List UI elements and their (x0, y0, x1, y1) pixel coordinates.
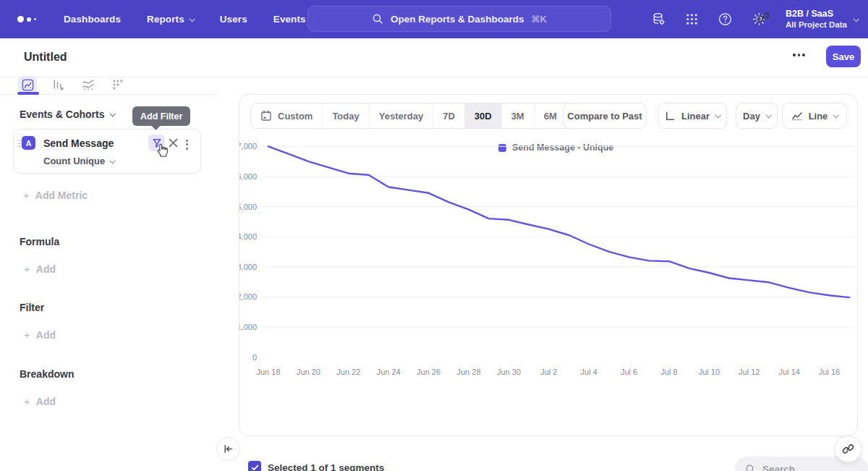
segments-checkbox[interactable] (248, 461, 261, 471)
range-today[interactable]: Today (323, 103, 369, 128)
chevron-down-icon (833, 112, 839, 118)
more-options-icon[interactable] (793, 54, 805, 56)
collapse-panel-button[interactable] (216, 437, 240, 461)
share-link-button[interactable] (835, 436, 861, 462)
x-axis-tick-label: Jul 4 (581, 368, 597, 376)
add-label: Add (36, 263, 56, 275)
range-7d[interactable]: 7D (433, 103, 465, 128)
add-filter-tooltip: Add Filter (132, 106, 190, 126)
range-yesterday[interactable]: Yesterday (370, 103, 433, 128)
date-range-selector: CustomTodayYesterday7D30D3M6M12M (250, 103, 605, 129)
chart-style-dropdown[interactable]: Line (782, 103, 847, 129)
interval-dropdown[interactable]: Day (736, 103, 778, 129)
add-formula-button[interactable]: +Add (24, 263, 56, 275)
nav-item-label: Events (273, 14, 306, 25)
section-title: Filter (20, 302, 44, 313)
app-logo[interactable] (17, 16, 43, 22)
x-axis-tick-label: Jun 24 (377, 368, 401, 376)
project-name: B2B / SaaS (786, 9, 847, 20)
add-filter-button[interactable] (148, 135, 165, 151)
plus-icon: + (23, 189, 30, 201)
metric-event-name[interactable]: Send Message (43, 137, 114, 149)
section-header-breakdown: Breakdown (20, 368, 74, 380)
x-axis-tick-label: Jul 14 (779, 368, 800, 376)
section-title: Breakdown (20, 368, 74, 380)
save-button[interactable]: Save (826, 46, 861, 67)
nav-right-actions: B2B / SaaS All Project Data (651, 0, 858, 38)
copy-link-icon[interactable] (757, 11, 770, 27)
interval-label: Day (743, 111, 760, 122)
events-section-header[interactable]: Events & Cohorts (20, 109, 114, 120)
nav-item-users[interactable]: Users (220, 14, 247, 25)
nav-item-dashboards[interactable]: Dashboards (64, 14, 121, 25)
apps-grid-icon[interactable] (685, 12, 699, 26)
range-label: 7D (443, 111, 455, 122)
project-selector[interactable]: B2B / SaaS All Project Data (786, 9, 858, 30)
nav-item-events[interactable]: Events (273, 14, 306, 25)
events-section-title: Events & Cohorts (20, 109, 104, 120)
chevron-down-icon (189, 16, 195, 22)
range-label: Today (332, 111, 359, 122)
x-axis-tick-label: Jul 10 (699, 368, 720, 376)
nav-item-label: Dashboards (64, 14, 121, 25)
range-label: 30D (475, 111, 492, 122)
plus-icon: + (24, 263, 30, 275)
metric-aggregation-dropdown[interactable]: Count Unique (43, 156, 114, 166)
x-axis-tick-label: Jul 8 (660, 368, 677, 376)
line-chart-plot[interactable]: 01,0002,0003,0004,0005,0006,0007,0008,00… (239, 138, 859, 424)
y-axis-tick-label: 7,000 (239, 142, 257, 150)
compare-to-past-button[interactable]: Compare to Past (563, 103, 647, 129)
chevron-down-icon (110, 111, 116, 116)
range-6m[interactable]: 6M (535, 103, 567, 128)
metric-kebab-menu-icon[interactable] (184, 137, 189, 151)
project-scope: All Project Data (786, 20, 847, 30)
range-30d[interactable]: 30D (465, 103, 502, 128)
scale-dropdown[interactable]: Linear (658, 103, 727, 129)
search-icon (745, 464, 756, 471)
tooltip-text: Add Filter (140, 111, 182, 122)
nav-item-reports[interactable]: Reports (147, 14, 194, 25)
tab-flows[interactable] (79, 76, 98, 93)
range-custom[interactable]: Custom (251, 103, 323, 128)
page-title: Untitled (24, 51, 67, 64)
help-icon[interactable] (718, 12, 733, 27)
compare-label: Compare to Past (567, 111, 642, 122)
tab-funnels-bar[interactable] (48, 76, 67, 93)
chevron-down-icon (853, 16, 859, 22)
segments-selected-label: Selected 1 of 1 segments (268, 462, 384, 471)
y-axis-tick-label: 4,000 (239, 232, 257, 241)
x-axis-tick-label: Jun 18 (256, 368, 280, 376)
metric-aggregation-label: Count Unique (43, 156, 105, 166)
metric-card (13, 129, 201, 174)
x-axis-tick-label: Jul 12 (739, 368, 760, 376)
link-icon (842, 443, 854, 455)
add-metric-button[interactable]: + Add Metric (23, 189, 88, 201)
chart-svg[interactable]: 01,0002,0003,0004,0005,0006,0007,0008,00… (239, 138, 859, 424)
segments-search-placeholder: Search (762, 464, 795, 471)
add-breakdown-button[interactable]: +Add (24, 395, 56, 407)
tab-retention[interactable] (109, 76, 127, 93)
x-axis-tick-label: Jun 30 (497, 368, 521, 376)
range-3m[interactable]: 3M (502, 103, 535, 128)
range-label: 3M (511, 111, 524, 122)
y-axis-tick-label: 1,000 (239, 323, 257, 331)
x-axis-tick-label: Jun 26 (417, 368, 441, 376)
collapse-left-icon (223, 444, 234, 454)
chart-type-tabs (0, 77, 217, 95)
remove-metric-icon[interactable] (167, 137, 179, 149)
metric-letter-badge: A (22, 136, 35, 150)
add-metric-label: Add Metric (35, 190, 88, 201)
search-icon (372, 13, 383, 25)
y-axis-tick-label: 5,000 (239, 203, 257, 211)
y-axis-tick-label: 6,000 (239, 172, 257, 181)
top-navigation-bar: DashboardsReportsUsersEvents Open Report… (0, 0, 868, 38)
tab-insights-line[interactable] (18, 76, 37, 93)
global-search-input[interactable]: Open Reports & Dashboards ⌘K (307, 6, 611, 32)
add-filter-button[interactable]: +Add (24, 328, 56, 341)
data-management-icon[interactable] (651, 12, 666, 27)
report-header: Untitled (0, 38, 868, 77)
search-shortcut: ⌘K (532, 14, 547, 25)
chart-card: CustomTodayYesterday7D30D3M6M12M Compare… (239, 94, 858, 436)
x-axis-tick-label: Jun 28 (456, 368, 480, 376)
section-header-formula: Formula (20, 236, 59, 247)
